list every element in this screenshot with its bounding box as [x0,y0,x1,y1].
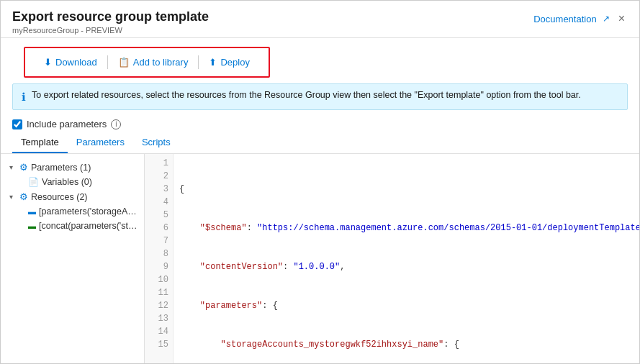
tabs-bar: Template Parameters Scripts [1,132,639,154]
tab-template[interactable]: Template [12,132,68,153]
documentation-link[interactable]: Documentation [533,14,596,24]
line-numbers: 1 2 3 4 5 6 7 8 9 10 11 12 13 14 15 [145,154,173,363]
info-icon: ℹ [22,91,26,104]
variables-label: Variables (0) [42,177,92,187]
toolbar: ⬇ Download 📋 Add to library ⬆ Deploy [24,47,270,78]
resources-label: Resources (2) [31,192,88,202]
tree-item-variables[interactable]: 📄 Variables (0) [1,175,144,189]
info-text: To export related resources, select the … [32,90,581,100]
toolbar-divider-2 [198,55,199,69]
storage1-icon: ▬ [28,207,36,216]
close-button[interactable]: × [616,12,628,25]
include-params-row: Include parameters i [1,116,639,132]
doc-icon-variables: 📄 [28,177,39,187]
code-line-5: "storageAccounts_mystoregwkf52ihhxsyi_na… [179,338,634,351]
tree-item-storage1[interactable]: ▬ [parameters('storageAccounts_... [1,204,144,219]
content-area: ▾ ⚙ Parameters (1) 📄 Variables (0) ▾ ⚙ R… [1,154,639,363]
download-icon: ⬇ [44,57,52,68]
code-line-4: "parameters": { [179,299,634,312]
gear-icon-parameters: ⚙ [19,162,28,173]
tab-parameters[interactable]: Parameters [68,132,133,153]
page-title: Export resource group template [12,9,209,24]
library-icon: 📋 [118,57,130,68]
gear-icon-resources: ⚙ [19,191,28,202]
external-link-icon: ↗ [603,14,610,24]
code-line-3: "contentVersion": "1.0.0.0", [179,260,634,273]
deploy-icon: ⬆ [209,57,217,68]
include-params-info-icon[interactable]: i [111,119,121,129]
include-params-checkbox[interactable] [12,119,22,129]
deploy-button[interactable]: ⬆ Deploy [202,54,256,70]
header-left: Export resource group template myResourc… [12,9,209,35]
page-subtitle: myResourceGroup - PREVIEW [12,26,209,35]
download-button[interactable]: ⬇ Download [37,54,104,70]
header: Export resource group template myResourc… [1,1,639,38]
toggle-resources: ▾ [9,193,17,201]
toggle-parameters: ▾ [9,163,17,171]
main-container: Export resource group template myResourc… [0,0,640,364]
tree-item-parameters[interactable]: ▾ ⚙ Parameters (1) [1,160,144,175]
code-line-1: { [179,183,634,196]
parameters-label: Parameters (1) [31,163,91,173]
code-editor: 1 2 3 4 5 6 7 8 9 10 11 12 13 14 15 [145,154,639,363]
code-lines: { "$schema": "https://schema.management.… [173,154,639,363]
tab-scripts[interactable]: Scripts [133,132,179,153]
header-right: Documentation ↗ × [533,12,628,25]
storage1-label: [parameters('storageAccounts_... [39,206,138,217]
include-params-label: Include parameters [27,119,107,129]
toolbar-divider-1 [107,55,108,69]
tree-item-resources[interactable]: ▾ ⚙ Resources (2) [1,189,144,204]
add-to-library-button[interactable]: 📋 Add to library [111,54,196,70]
left-panel-tree: ▾ ⚙ Parameters (1) 📄 Variables (0) ▾ ⚙ R… [1,154,145,363]
tree-item-storage2[interactable]: ▬ [concat(parameters('storageAcc... [1,219,144,233]
code-line-2: "$schema": "https://schema.management.az… [179,222,634,235]
storage2-label: [concat(parameters('storageAcc... [39,221,138,231]
code-editor-panel[interactable]: 1 2 3 4 5 6 7 8 9 10 11 12 13 14 15 [145,154,639,363]
storage2-icon: ▬ [28,222,36,230]
info-banner: ℹ To export related resources, select th… [12,83,628,110]
